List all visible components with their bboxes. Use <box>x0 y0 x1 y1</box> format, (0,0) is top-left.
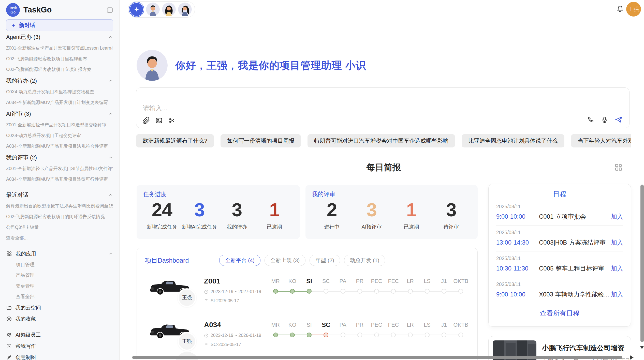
sidebar-item[interactable]: Z001-全新燃油皮卡产品开发项目SI节点Lesson Learn报告 <box>6 43 113 53</box>
dashboard-filter[interactable]: 动总开发 (1) <box>344 255 385 266</box>
milestone-dot[interactable] <box>425 333 430 337</box>
milestone-dot[interactable] <box>391 289 396 294</box>
schedule-view-all-link[interactable]: 查看所有日程 <box>496 309 623 318</box>
layout-grid-icon[interactable] <box>613 162 624 172</box>
milestone-dot[interactable] <box>307 289 312 294</box>
milestone-dot[interactable] <box>458 289 463 294</box>
milestone-dot[interactable] <box>408 289 413 294</box>
app-item[interactable]: 项目管理 <box>6 259 113 270</box>
stats-grid: 24新增完成任务3新增AI完成任务3我的待办1已逾期 <box>143 200 293 230</box>
app-logo-line2: Go <box>10 10 16 14</box>
sidebar-item[interactable]: Z001-全新燃油轻卡产品开发项目SI节点属性5D文件评审 <box>6 163 113 174</box>
milestone-dot[interactable] <box>273 289 278 294</box>
suggestion-chip[interactable]: 特朗普可能对进口汽车增税会对中国车企造成哪些影响 <box>308 134 455 147</box>
sidebar-item[interactable]: Z001-全新燃油轻卡产品开发项目SI造型提交物评审 <box>6 119 113 130</box>
schedule-join-link[interactable]: 加入 <box>611 238 623 247</box>
sidebar-item-my-apps[interactable]: 我的应用 <box>6 248 113 259</box>
sidebar-item[interactable]: C0X4-动力总成开发项目工程变更评审 <box>6 130 113 141</box>
dashboard-filter[interactable]: 全新平台 (4) <box>219 255 260 266</box>
milestone-dot-cell <box>452 286 469 296</box>
schedule-join-link[interactable]: 加入 <box>611 264 623 273</box>
sidebar-item-cloud-space[interactable]: 我的云空间 <box>6 302 113 313</box>
suggestion-chip[interactable]: 欧洲新规最近颁布了什么? <box>136 134 214 147</box>
sidebar-item[interactable]: A034-全新新能源MUV产品开发项目计划变更表编写 <box>6 97 113 108</box>
schedule-join-link[interactable]: 加入 <box>611 213 623 221</box>
sidebar-item-creative-draw[interactable]: 创意制图 <box>6 352 113 360</box>
milestone-dot[interactable] <box>391 333 396 337</box>
milestone-dot[interactable] <box>324 289 328 294</box>
send-icon[interactable] <box>614 116 623 124</box>
scroll-down-arrow-icon[interactable] <box>640 346 644 349</box>
sidebar-section-header[interactable]: 我的待办 (2) <box>6 75 113 86</box>
agent-avatar[interactable] <box>146 3 160 16</box>
phone-icon[interactable] <box>587 116 595 124</box>
dashboard-filter[interactable]: 年型 (2) <box>310 255 340 266</box>
people-icon <box>6 332 12 338</box>
attachment-icon[interactable] <box>142 117 150 124</box>
app-item[interactable]: 变更管理 <box>6 281 113 291</box>
project-row: 王强Z0012023-12-19 ~ 2027-01-19SI-2025-05-… <box>145 276 469 310</box>
stat: 3待评审 <box>431 200 471 230</box>
collapse-sidebar-icon[interactable] <box>106 7 113 13</box>
scroll-right-arrow-icon[interactable] <box>630 355 634 359</box>
sidebar-item[interactable]: C02-飞腾新能源轻客改款项目里程碑画布 <box>6 53 113 64</box>
milestone-dot[interactable] <box>357 289 362 294</box>
schedule-join-link[interactable]: 加入 <box>611 290 623 298</box>
recent-conversation-item[interactable]: 解释最新出台的欧盟报废车法规再生塑料比例被调至15%... <box>6 201 113 211</box>
recent-conversation-item[interactable]: C02-飞腾新能源轻客改款项目的闭环通告反馈情况 <box>6 211 113 222</box>
milestone-dot[interactable] <box>425 289 430 294</box>
agent-avatar[interactable] <box>178 3 192 16</box>
sidebar-item-help-write[interactable]: 帮我写作 <box>6 340 113 352</box>
app-item[interactable]: 查看全部... <box>6 291 113 302</box>
milestone-dot-cell <box>368 329 385 340</box>
agent-avatar[interactable] <box>162 3 176 16</box>
sidebar-item[interactable]: C0X4-动力总成开发项目SI里程碑提交物检查 <box>6 86 113 97</box>
sidebar-item-ai-staff[interactable]: AI超级员工 <box>6 329 113 340</box>
notifications-bell-icon[interactable] <box>616 5 624 13</box>
recent-conversation-item[interactable]: 公司Q3轻卡销量 <box>6 222 113 233</box>
milestone-dot[interactable] <box>357 333 362 337</box>
milestone-label: PA <box>334 278 351 284</box>
chat-input[interactable] <box>142 102 525 114</box>
milestone-dot[interactable] <box>374 289 379 294</box>
sidebar-item[interactable]: A034-全新新能源MUV产品开发项目法规符合性评审 <box>6 141 113 152</box>
milestone-dot[interactable] <box>290 333 295 337</box>
add-agent-button[interactable] <box>129 2 144 17</box>
milestone-dot-cell <box>334 286 351 296</box>
horizontal-scrollbar[interactable] <box>132 356 622 359</box>
milestone-dot[interactable] <box>458 333 463 337</box>
image-icon[interactable] <box>155 117 163 124</box>
user-avatar[interactable]: 王强 <box>626 2 641 17</box>
milestone-dot[interactable] <box>341 333 345 337</box>
recent-section-header[interactable]: 最近对话 <box>6 189 113 201</box>
schedule-list: 2025/03/119:00-10:00C001-立项审批会加入2025/03/… <box>496 200 623 303</box>
milestone-dot[interactable] <box>290 289 295 294</box>
milestone-dot[interactable] <box>341 289 345 294</box>
sidebar-section-header[interactable]: 我的评审 (2) <box>6 152 113 163</box>
suggestion-chip[interactable]: 如何写一份清晰的项目周报 <box>221 134 301 147</box>
recent-view-all[interactable]: 查看全部... <box>6 233 113 243</box>
sidebar-item[interactable]: A034-全新新能源MUV产品开发项目造型可行性评审 <box>6 174 113 185</box>
milestone-dot[interactable] <box>307 333 312 337</box>
sidebar-item[interactable]: C02-飞腾新能源轻客改款项目立项汇报方案 <box>6 64 113 75</box>
project-car: 王强 <box>145 276 204 310</box>
microphone-icon[interactable] <box>601 116 608 124</box>
app-item[interactable]: 产品管理 <box>6 270 113 281</box>
schedule-event-title: C001-立项审批会 <box>539 213 611 221</box>
dashboard-filter[interactable]: 全新上装 (3) <box>265 255 306 266</box>
suggestion-chip[interactable]: 当下年轻人对汽车外观有怎样的喜好趋势 <box>571 134 631 147</box>
suggestion-chip[interactable]: 比亚迪全固态电池计划具体说了什么 <box>462 134 564 147</box>
milestone-dot[interactable] <box>442 289 446 294</box>
vertical-scrollbar[interactable] <box>640 185 644 342</box>
milestone-dot[interactable] <box>408 333 413 337</box>
scissors-icon[interactable] <box>168 117 175 124</box>
new-chat-button[interactable]: ＋ 新对话 <box>6 19 113 31</box>
milestone-dot[interactable] <box>324 333 328 337</box>
milestone-dot[interactable] <box>273 333 278 337</box>
sidebar-item-favorites[interactable]: 我的收藏 <box>6 313 113 324</box>
sidebar-section-header[interactable]: Agent已办 (3) <box>6 32 113 43</box>
milestone-dot[interactable] <box>374 333 379 337</box>
sidebar-section-header[interactable]: AI评审 (3) <box>6 108 113 119</box>
stats-card-title: 任务进度 <box>143 190 293 198</box>
milestone-dot[interactable] <box>442 333 446 337</box>
